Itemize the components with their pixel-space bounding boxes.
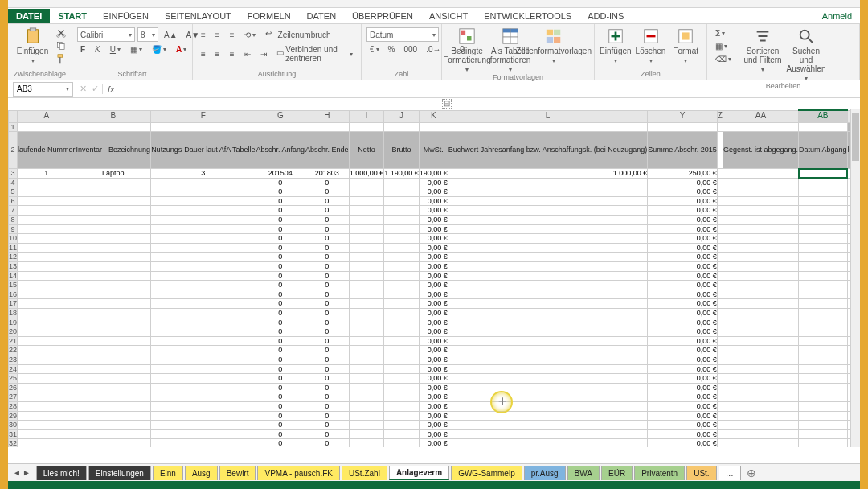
cell[interactable]: 0 bbox=[305, 439, 350, 447]
align-center-icon[interactable]: ≡ bbox=[212, 48, 223, 60]
cell[interactable] bbox=[448, 336, 648, 346]
cell[interactable] bbox=[151, 224, 256, 234]
cell[interactable] bbox=[349, 122, 384, 132]
cell[interactable] bbox=[349, 346, 384, 355]
tab-insert[interactable]: EINFÜGEN bbox=[95, 9, 157, 23]
sheet-tab[interactable]: USt.Zahl bbox=[342, 466, 387, 480]
cell[interactable] bbox=[384, 327, 420, 337]
cell[interactable]: 0,00 € bbox=[648, 281, 718, 290]
align-bottom-icon[interactable]: ≡ bbox=[227, 29, 238, 41]
row-header[interactable]: 13 bbox=[9, 262, 18, 272]
cell[interactable] bbox=[151, 281, 256, 290]
clear-icon[interactable]: ⌫▾ bbox=[712, 53, 735, 65]
cell[interactable] bbox=[799, 383, 848, 392]
cell[interactable] bbox=[717, 290, 723, 299]
table-header-cell[interactable]: Gegenst. ist abgegang. bbox=[723, 132, 798, 169]
cell[interactable] bbox=[799, 224, 848, 234]
format-painter-icon[interactable] bbox=[55, 53, 67, 64]
table-header-cell[interactable]: Inventar - Bezeichnung bbox=[76, 132, 151, 169]
table-header-cell[interactable]: Abschr. Ende bbox=[305, 132, 350, 169]
cell[interactable] bbox=[18, 281, 76, 290]
cell[interactable]: 0 bbox=[256, 262, 305, 272]
cell[interactable] bbox=[448, 281, 648, 290]
cell[interactable]: 0 bbox=[256, 336, 305, 346]
cell[interactable] bbox=[384, 196, 420, 206]
cell[interactable] bbox=[384, 206, 420, 216]
cell[interactable] bbox=[18, 224, 76, 234]
cell[interactable] bbox=[18, 421, 76, 430]
cell[interactable] bbox=[799, 196, 848, 206]
cell[interactable] bbox=[799, 206, 848, 216]
cell[interactable] bbox=[799, 299, 848, 309]
cell[interactable] bbox=[151, 187, 256, 197]
cell[interactable] bbox=[723, 374, 798, 384]
cell[interactable] bbox=[384, 439, 420, 447]
cell[interactable] bbox=[18, 122, 76, 132]
row-header[interactable]: 10 bbox=[9, 234, 18, 244]
row-header[interactable]: 6 bbox=[9, 196, 18, 206]
cell[interactable] bbox=[384, 355, 420, 364]
cell[interactable]: 0,00 € bbox=[648, 243, 718, 253]
indent-inc-icon[interactable]: ⇥ bbox=[257, 48, 270, 60]
cell[interactable] bbox=[723, 383, 798, 392]
autosum-icon[interactable]: Σ▾ bbox=[712, 27, 735, 39]
cell[interactable]: 1.000,00 € bbox=[349, 169, 384, 179]
cell[interactable] bbox=[448, 196, 648, 206]
cell[interactable]: 0,00 € bbox=[419, 364, 448, 374]
cell[interactable]: 0,00 € bbox=[648, 401, 718, 411]
cell[interactable] bbox=[799, 234, 848, 244]
cell[interactable]: 0 bbox=[256, 364, 305, 374]
cell[interactable] bbox=[723, 178, 798, 187]
row-header[interactable]: 21 bbox=[9, 336, 18, 346]
cell[interactable]: 0,00 € bbox=[419, 299, 448, 309]
cell[interactable]: 0,00 € bbox=[419, 262, 448, 272]
cell[interactable] bbox=[717, 411, 723, 421]
table-header-cell[interactable]: Netto bbox=[349, 132, 384, 169]
cell[interactable] bbox=[349, 383, 384, 392]
cell[interactable]: 0,00 € bbox=[419, 187, 448, 197]
cell[interactable] bbox=[723, 318, 798, 327]
cell[interactable] bbox=[799, 346, 848, 355]
column-header[interactable]: I bbox=[349, 110, 384, 122]
table-header-cell[interactable]: Abschr. Anfang bbox=[256, 132, 305, 169]
cell[interactable] bbox=[18, 299, 76, 309]
cell[interactable] bbox=[349, 374, 384, 384]
cell[interactable] bbox=[448, 421, 648, 430]
cell[interactable]: 0 bbox=[305, 178, 350, 187]
cell[interactable] bbox=[151, 290, 256, 299]
cell-styles-button[interactable]: Zellenformatvorlagen▾ bbox=[534, 27, 574, 64]
cell[interactable]: 0 bbox=[305, 224, 350, 234]
cell[interactable]: 0 bbox=[305, 243, 350, 253]
cell[interactable]: 0 bbox=[305, 392, 350, 402]
sheet-tab[interactable]: USt. bbox=[686, 466, 716, 480]
cell[interactable] bbox=[18, 271, 76, 281]
cell[interactable]: 0 bbox=[256, 206, 305, 216]
cell[interactable] bbox=[151, 374, 256, 384]
cell[interactable] bbox=[717, 429, 723, 439]
cell[interactable] bbox=[76, 429, 151, 439]
cell[interactable] bbox=[717, 224, 723, 234]
cell[interactable] bbox=[349, 364, 384, 374]
cell[interactable]: 0,00 € bbox=[419, 374, 448, 384]
cell[interactable] bbox=[76, 290, 151, 299]
cell[interactable] bbox=[799, 439, 848, 447]
cell[interactable]: 0,00 € bbox=[419, 383, 448, 392]
align-top-icon[interactable]: ≡ bbox=[198, 29, 209, 41]
cell[interactable]: 0,00 € bbox=[648, 196, 718, 206]
cell[interactable] bbox=[448, 383, 648, 392]
row-header[interactable]: 19 bbox=[9, 318, 18, 327]
cell[interactable] bbox=[384, 318, 420, 327]
sheet-tab[interactable]: Privatentn bbox=[634, 466, 685, 480]
cell[interactable] bbox=[448, 374, 648, 384]
cell[interactable] bbox=[76, 309, 151, 318]
cell[interactable] bbox=[723, 262, 798, 272]
cell[interactable] bbox=[799, 364, 848, 374]
sheet-tab[interactable]: Ausg bbox=[185, 466, 218, 480]
cell[interactable] bbox=[448, 243, 648, 253]
add-sheet-button[interactable]: ⊕ bbox=[742, 466, 761, 479]
tab-view[interactable]: ANSICHT bbox=[421, 9, 476, 23]
cell[interactable] bbox=[384, 253, 420, 262]
table-header-cell[interactable]: Nutzungs-Dauer laut AfA Tabelle bbox=[151, 132, 256, 169]
column-header[interactable]: H bbox=[305, 110, 350, 122]
row-header[interactable]: 12 bbox=[9, 253, 18, 262]
